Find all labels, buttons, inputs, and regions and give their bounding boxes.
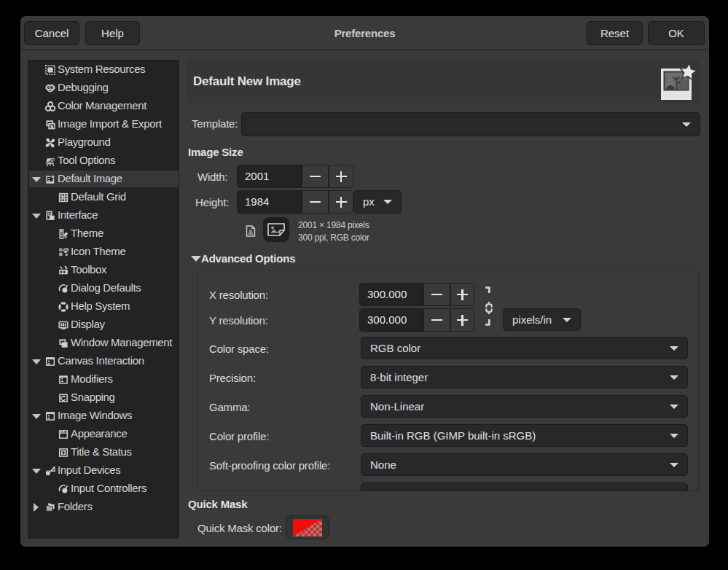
svg-text:D: D: [50, 159, 53, 163]
